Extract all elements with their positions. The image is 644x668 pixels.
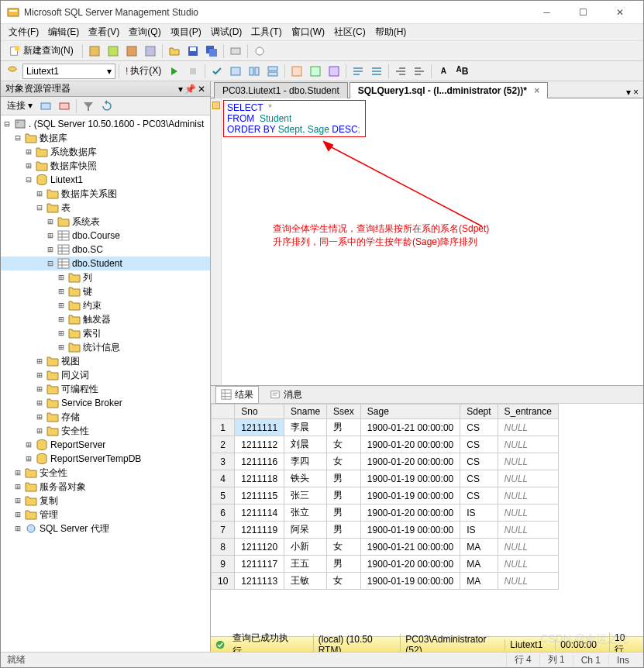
maximize-button[interactable]: ☐ xyxy=(566,4,601,21)
cell[interactable]: 女 xyxy=(327,573,361,590)
tree-toggle-icon[interactable]: ⊞ xyxy=(35,370,44,380)
toolbar-q3[interactable] xyxy=(264,63,281,80)
cell[interactable]: 1900-01-21 00:00:00 xyxy=(360,419,460,436)
menu-debug[interactable]: 调试(D) xyxy=(206,24,247,40)
column-header[interactable]: Sno xyxy=(235,405,284,419)
save-icon[interactable] xyxy=(184,43,201,60)
tree-toggle-icon[interactable]: ⊞ xyxy=(46,230,55,241)
results-tab[interactable]: 结果 xyxy=(215,386,259,404)
tree-item[interactable]: ⊞ 数据库关系图 xyxy=(1,187,210,201)
toolbar-q1[interactable] xyxy=(227,63,244,80)
indent-icon[interactable] xyxy=(392,63,409,80)
cell[interactable]: NULL xyxy=(498,419,558,436)
cell[interactable]: 1211113 xyxy=(235,573,284,590)
tree-toggle-icon[interactable]: ⊞ xyxy=(35,356,44,367)
tree-item[interactable]: ⊞ 安全性 xyxy=(1,466,210,480)
tree-item[interactable]: ⊞ 索引 xyxy=(1,326,210,340)
cell[interactable]: 男 xyxy=(327,419,361,436)
tree-toggle-icon[interactable]: ⊞ xyxy=(35,398,44,408)
column-header[interactable]: Sage xyxy=(360,405,460,419)
cell[interactable]: 1900-01-19 00:00:00 xyxy=(360,522,460,539)
tree-toggle-icon[interactable]: ⊞ xyxy=(46,216,55,227)
tree-toggle-icon[interactable]: ⊞ xyxy=(24,160,33,171)
cell[interactable]: 女 xyxy=(327,453,361,470)
cell[interactable]: NULL xyxy=(498,504,558,522)
table-row[interactable]: 71211119阿呆男1900-01-19 00:00:00ISNULL xyxy=(212,522,559,539)
outdent-icon[interactable] xyxy=(411,63,428,80)
menu-help[interactable]: 帮助(H) xyxy=(370,24,412,40)
tree-item[interactable]: ⊞ 系统表 xyxy=(1,215,210,229)
cell[interactable]: NULL xyxy=(498,487,558,504)
cell[interactable]: 1211115 xyxy=(235,487,284,504)
tree-toggle-icon[interactable]: ⊞ xyxy=(35,188,44,199)
object-tree[interactable]: ⊟ . (SQL Server 10.50.1600 - PC03\Admini… xyxy=(1,115,210,652)
tree-toggle-icon[interactable]: ⊞ xyxy=(13,523,22,534)
tree-toggle-icon[interactable]: ⊞ xyxy=(57,328,66,339)
tree-toggle-icon[interactable]: ⊞ xyxy=(13,509,22,520)
table-row[interactable]: 21211112刘晨女1900-01-20 00:00:00CSNULL xyxy=(212,436,559,453)
cell[interactable]: CS xyxy=(460,487,498,504)
open-icon[interactable] xyxy=(166,43,183,60)
tree-item[interactable]: ⊞ 统计信息 xyxy=(1,340,210,354)
menu-window[interactable]: 窗口(W) xyxy=(287,24,329,40)
tree-item[interactable]: ⊟ . (SQL Server 10.50.1600 - PC03\Admini… xyxy=(1,117,210,131)
database-selector[interactable]: Liutext1 ▾ xyxy=(22,64,115,79)
table-row[interactable]: 61211114张立男1900-01-20 00:00:00ISNULL xyxy=(212,504,559,522)
tree-toggle-icon[interactable]: ⊞ xyxy=(57,272,66,283)
tree-toggle-icon[interactable]: ⊞ xyxy=(13,481,22,492)
menu-tools[interactable]: 工具(T) xyxy=(246,24,286,40)
connect-icon[interactable] xyxy=(37,98,54,115)
comment-icon[interactable] xyxy=(350,63,367,80)
tree-item[interactable]: ⊞ 系统数据库 xyxy=(1,145,210,159)
tab-sqlquery1[interactable]: SQLQuery1.sql - (l...dministrator (52))*… xyxy=(350,82,548,98)
tab-overflow-icon[interactable]: ▾ × xyxy=(622,87,643,98)
results-grid-container[interactable]: SnoSnameSsexSageSdeptS_entrance11211111李… xyxy=(211,404,643,636)
tab-close-icon[interactable]: × xyxy=(534,85,539,96)
cell[interactable]: 男 xyxy=(327,504,361,522)
tree-toggle-icon[interactable]: ⊞ xyxy=(46,244,55,255)
tree-item[interactable]: ⊞ 管理 xyxy=(1,508,210,522)
tree-item[interactable]: ⊞ dbo.SC xyxy=(1,243,210,257)
new-query-button[interactable]: 新建查询(N) xyxy=(4,43,79,60)
cell[interactable]: 李四 xyxy=(284,453,327,470)
tree-item[interactable]: ⊞ dbo.Course xyxy=(1,229,210,243)
sql-editor[interactable]: SELECT * FROM Student ORDER BY Sdept, Sa… xyxy=(211,98,643,385)
cell[interactable]: CS xyxy=(460,470,498,487)
cell[interactable]: 1900-01-20 00:00:00 xyxy=(360,556,460,573)
disconnect-icon[interactable] xyxy=(56,98,73,115)
tree-item[interactable]: ⊞ 存储 xyxy=(1,410,210,424)
cell[interactable]: 女 xyxy=(327,539,361,556)
cell[interactable]: NULL xyxy=(498,436,558,453)
cell[interactable]: 男 xyxy=(327,470,361,487)
cell[interactable]: MA xyxy=(460,539,498,556)
cell[interactable]: MA xyxy=(460,556,498,573)
panel-close-icon[interactable]: ✕ xyxy=(198,84,205,95)
tree-toggle-icon[interactable]: ⊞ xyxy=(35,425,44,436)
column-header[interactable]: Sname xyxy=(284,405,327,419)
tree-toggle-icon[interactable]: ⊟ xyxy=(24,174,33,185)
toolbar-q10[interactable]: AB xyxy=(453,63,470,80)
tree-item[interactable]: ⊞ 复制 xyxy=(1,494,210,508)
tree-toggle-icon[interactable]: ⊞ xyxy=(35,411,44,422)
cell[interactable]: 小新 xyxy=(284,539,327,556)
cell[interactable]: 铁头 xyxy=(284,470,327,487)
parse-icon[interactable] xyxy=(208,63,226,80)
tree-item[interactable]: ⊞ 安全性 xyxy=(1,424,210,438)
table-row[interactable]: 101211113王敏女1900-01-19 00:00:00MANULL xyxy=(212,573,559,590)
cell[interactable]: NULL xyxy=(498,522,558,539)
tree-item[interactable]: ⊞ 触发器 xyxy=(1,312,210,326)
tree-toggle-icon[interactable]: ⊟ xyxy=(35,202,44,213)
cell[interactable]: NULL xyxy=(498,453,558,470)
tree-item[interactable]: ⊞ Service Broker xyxy=(1,396,210,410)
cell[interactable]: 1900-01-21 00:00:00 xyxy=(360,539,460,556)
table-row[interactable]: 91211117王五男1900-01-20 00:00:00MANULL xyxy=(212,556,559,573)
cell[interactable]: 王五 xyxy=(284,556,327,573)
toolbar-sql-icon[interactable] xyxy=(4,63,21,80)
cell[interactable]: 刘晨 xyxy=(284,436,327,453)
cell[interactable]: 1211111 xyxy=(235,419,284,436)
cell[interactable]: 1211120 xyxy=(235,539,284,556)
table-row[interactable]: 51211115张三男1900-01-19 00:00:00CSNULL xyxy=(212,487,559,504)
tree-item[interactable]: ⊞ 可编程性 xyxy=(1,382,210,396)
tree-toggle-icon[interactable]: ⊞ xyxy=(24,439,33,450)
results-grid[interactable]: SnoSnameSsexSageSdeptS_entrance11211111李… xyxy=(211,404,559,590)
